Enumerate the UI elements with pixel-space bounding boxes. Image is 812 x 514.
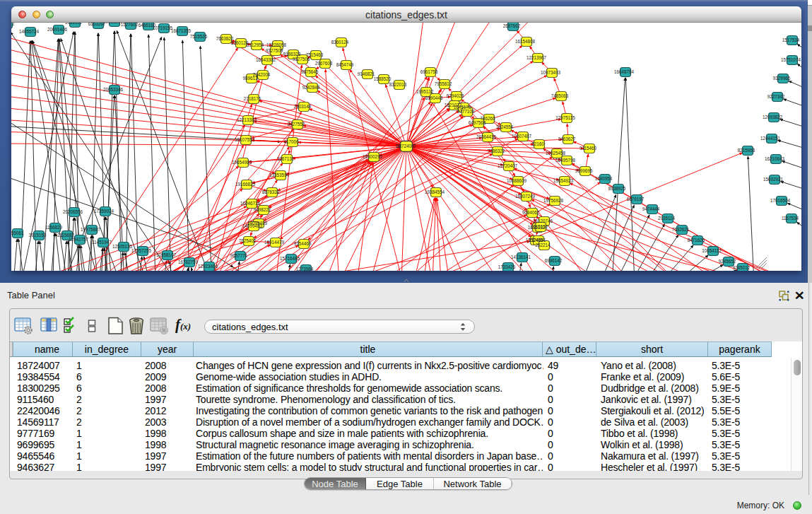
- svg-text:9327508: 9327508: [293, 57, 310, 62]
- svg-text:3267130: 3267130: [277, 156, 295, 161]
- svg-text:252214: 252214: [535, 243, 551, 247]
- svg-text:16671355: 16671355: [171, 28, 192, 33]
- svg-text:16046716: 16046716: [240, 201, 261, 206]
- svg-text:6961758: 6961758: [420, 69, 438, 74]
- svg-text:19384554: 19384554: [425, 189, 445, 194]
- svg-text:417006: 417006: [283, 139, 299, 144]
- svg-text:1517534: 1517534: [782, 37, 800, 42]
- svg-text:1733426: 1733426: [498, 264, 516, 269]
- svg-text:10973493: 10973493: [541, 70, 561, 75]
- svg-text:16107553: 16107553: [235, 137, 255, 142]
- svg-text:16648784: 16648784: [614, 69, 635, 74]
- svg-text:14136141: 14136141: [511, 255, 531, 259]
- svg-text:9245652: 9245652: [719, 259, 736, 264]
- svg-text:3624554: 3624554: [496, 124, 514, 129]
- svg-text:8912954: 8912954: [247, 42, 264, 47]
- svg-text:9875645: 9875645: [301, 69, 319, 74]
- svg-text:6794028: 6794028: [447, 93, 464, 98]
- svg-text:19975887: 19975887: [81, 227, 101, 232]
- svg-text:2935114: 2935114: [658, 216, 676, 221]
- svg-text:1156829: 1156829: [45, 225, 63, 230]
- svg-text:19654923: 19654923: [553, 178, 574, 183]
- svg-text:8186323: 8186323: [283, 52, 301, 57]
- svg-text:16120746: 16120746: [533, 218, 553, 223]
- svg-text:8878332: 8878332: [262, 189, 280, 194]
- svg-text:16154808: 16154808: [515, 39, 536, 44]
- svg-text:7632621: 7632621: [672, 227, 690, 232]
- svg-text:20053346: 20053346: [103, 87, 124, 92]
- svg-text:18300295: 18300295: [363, 154, 383, 159]
- svg-text:2803144: 2803144: [294, 104, 312, 109]
- svg-text:8990448: 8990448: [425, 95, 443, 100]
- svg-text:6679197: 6679197: [627, 197, 645, 201]
- svg-text:17359924: 17359924: [94, 209, 114, 214]
- svg-text:9245012: 9245012: [733, 265, 751, 270]
- svg-text:9777109: 9777109: [457, 109, 475, 114]
- svg-text:6497568: 6497568: [469, 120, 486, 125]
- svg-text:12505135: 12505135: [112, 244, 133, 249]
- svg-text:16543382: 16543382: [256, 57, 276, 62]
- svg-text:9463627: 9463627: [558, 136, 576, 141]
- svg-text:18724007: 18724007: [396, 144, 417, 148]
- svg-text:16782759: 16782759: [178, 259, 199, 264]
- svg-text:19756928: 19756928: [543, 198, 564, 203]
- svg-text:10654112: 10654112: [702, 248, 722, 253]
- svg-text:6996142: 6996142: [545, 258, 563, 263]
- svg-text:1640954: 1640954: [595, 176, 613, 181]
- svg-text:12444151: 12444151: [760, 136, 781, 141]
- svg-text:15716485: 15716485: [280, 256, 300, 261]
- svg-text:1995132: 1995132: [416, 89, 434, 94]
- svg-text:7955812: 7955812: [435, 81, 452, 86]
- svg-text:8938925: 8938925: [608, 186, 626, 191]
- svg-text:15720407: 15720407: [498, 163, 518, 168]
- svg-text:1065332: 1065332: [65, 23, 83, 25]
- svg-text:8215958: 8215958: [738, 148, 755, 153]
- svg-text:9227342: 9227342: [767, 94, 785, 99]
- svg-text:7386322: 7386322: [488, 148, 505, 153]
- svg-text:2967608: 2967608: [315, 61, 333, 66]
- svg-text:10719155: 10719155: [153, 25, 173, 30]
- svg-text:7515463: 7515463: [306, 52, 324, 57]
- svg-text:3915159: 3915159: [29, 233, 47, 238]
- svg-text:9699695: 9699695: [575, 168, 593, 173]
- svg-text:9498222: 9498222: [254, 207, 271, 212]
- svg-text:20206556: 20206556: [63, 209, 83, 214]
- svg-text:13226058: 13226058: [266, 42, 287, 47]
- svg-text:12923466: 12923466: [198, 264, 218, 269]
- svg-text:1615152: 1615152: [531, 224, 548, 229]
- svg-text:8360124: 8360124: [331, 40, 349, 45]
- svg-text:989613: 989613: [242, 76, 258, 81]
- svg-text:10607487: 10607487: [512, 134, 532, 139]
- svg-text:1527602: 1527602: [121, 23, 139, 27]
- svg-text:8427552: 8427552: [288, 122, 305, 127]
- svg-text:14099483: 14099483: [242, 223, 263, 228]
- svg-text:10025458: 10025458: [546, 151, 566, 156]
- svg-text:14055724: 14055724: [19, 29, 40, 34]
- svg-text:15692921: 15692921: [763, 177, 784, 182]
- svg-text:746266: 746266: [480, 116, 495, 121]
- svg-text:9154469: 9154469: [294, 241, 312, 246]
- svg-text:9329966: 9329966: [773, 76, 791, 81]
- svg-text:1324851: 1324851: [529, 238, 546, 243]
- svg-text:2718176: 2718176: [244, 96, 261, 101]
- svg-text:9242848: 9242848: [302, 85, 320, 90]
- svg-text:20364436: 20364436: [476, 134, 497, 139]
- svg-text:9657771: 9657771: [230, 253, 248, 258]
- svg-text:19166825: 19166825: [235, 182, 256, 187]
- svg-text:2687662: 2687662: [503, 23, 521, 28]
- svg-text:11451947: 11451947: [92, 240, 112, 245]
- svg-text:12975115: 12975115: [555, 115, 575, 120]
- svg-text:16210643: 16210643: [765, 156, 785, 161]
- svg-text:12213383: 12213383: [237, 117, 257, 122]
- svg-text:1405572: 1405572: [11, 23, 15, 26]
- svg-text:17957255: 17957255: [131, 248, 152, 253]
- svg-text:12213967: 12213967: [526, 55, 547, 60]
- svg-text:8471626: 8471626: [688, 238, 705, 243]
- svg-text:9146821: 9146821: [358, 71, 375, 76]
- svg-text:18807249: 18807249: [515, 194, 536, 199]
- svg-text:7515526: 7515526: [190, 34, 208, 39]
- svg-text:7485063: 7485063: [551, 93, 569, 98]
- svg-text:12093822: 12093822: [763, 115, 783, 119]
- svg-text:16914479: 16914479: [264, 240, 285, 245]
- svg-text:9327509: 9327509: [266, 48, 283, 53]
